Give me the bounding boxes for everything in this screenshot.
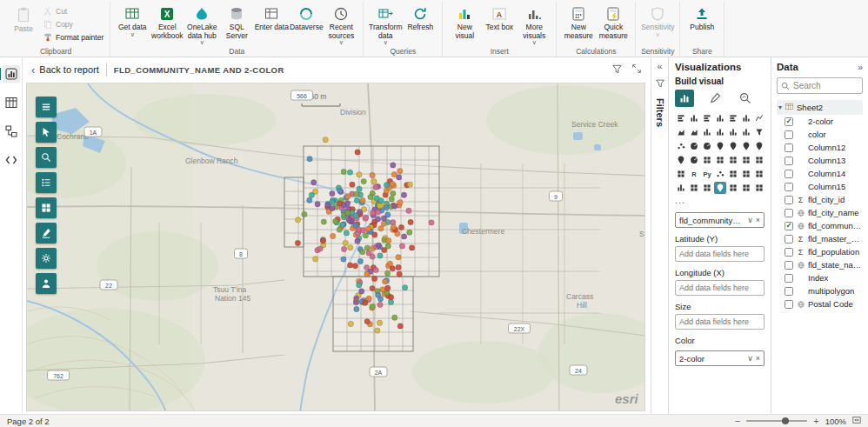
field-checkbox[interactable] xyxy=(785,183,793,191)
visual-clustered-bar-chart-icon[interactable] xyxy=(701,112,713,124)
field-checkbox[interactable] xyxy=(785,235,793,244)
map-basemap[interactable]: CochraneGlenbow RanchDivisionChestermere… xyxy=(27,83,645,411)
visual-card-icon[interactable] xyxy=(701,154,713,166)
field-checkbox[interactable] xyxy=(785,274,793,283)
visual-r-script-visual-icon[interactable]: R xyxy=(688,168,700,180)
model-view-button[interactable] xyxy=(3,123,20,140)
visual-q-and-a-icon[interactable] xyxy=(740,168,752,180)
visual-pie-chart-icon[interactable] xyxy=(688,140,700,152)
onelake-data-hub-button[interactable]: OneLake data hub∨ xyxy=(184,3,219,46)
visual-stacked-area-chart-icon[interactable] xyxy=(688,126,700,138)
field-chip-2-color[interactable]: 2-color∨× xyxy=(675,350,765,366)
sql-server-button[interactable]: SQL Server xyxy=(219,3,254,42)
visual-clustered-column-chart-icon[interactable] xyxy=(714,112,726,124)
new-visual-button[interactable]: New visual xyxy=(447,3,482,42)
field-row-color[interactable]: color xyxy=(777,128,863,141)
refresh-button[interactable]: Refresh xyxy=(403,3,437,34)
field-row-Column14[interactable]: Column14 xyxy=(777,167,863,180)
field-row-fld-city-id[interactable]: Σfld_city_id xyxy=(777,193,863,206)
copy-button[interactable]: Copy xyxy=(41,19,105,30)
field-checkbox[interactable] xyxy=(785,209,793,217)
get-data-button[interactable]: Get data∨ xyxy=(115,3,150,38)
visual-smart-narrative-icon[interactable] xyxy=(753,168,765,180)
empty-well[interactable]: Add data fields here xyxy=(675,246,765,262)
visual-donut-chart-icon[interactable] xyxy=(701,140,713,152)
field-row-Column13[interactable]: Column13 xyxy=(777,154,863,167)
field-checkbox[interactable] xyxy=(785,157,793,165)
zoom-slider[interactable] xyxy=(746,420,807,422)
enter-data-button[interactable]: Enter data xyxy=(254,3,289,34)
field-checkbox[interactable] xyxy=(785,130,793,139)
visual-line-and-clustered-column-chart-icon[interactable] xyxy=(714,126,726,138)
map-menu-button[interactable] xyxy=(36,97,57,117)
field-row-Postal-Code[interactable]: Postal Code xyxy=(777,297,863,310)
zoom-out-button[interactable]: − xyxy=(735,417,740,425)
visual-100-stacked-bar-chart-icon[interactable] xyxy=(727,112,739,124)
tab-format-visual[interactable] xyxy=(705,90,724,107)
visual-treemap-icon[interactable] xyxy=(714,140,726,152)
field-checkbox[interactable]: ✓ xyxy=(785,117,793,126)
collapse-data-panel-icon[interactable]: » xyxy=(858,62,863,72)
filter-icon[interactable] xyxy=(611,63,623,77)
visual-power-automate-icon[interactable] xyxy=(727,182,739,194)
visual-funnel-chart-icon[interactable] xyxy=(753,126,765,138)
chip-dropdown-icon[interactable]: ∨ xyxy=(747,216,753,224)
table-view-button[interactable] xyxy=(3,94,20,111)
expand-caret-icon[interactable]: ▾ xyxy=(778,103,782,111)
visual-stacked-column-chart-icon[interactable] xyxy=(688,112,700,124)
field-row-fld-master-com-[interactable]: Σfld_master_com... xyxy=(777,232,863,245)
report-view-button[interactable] xyxy=(3,65,20,83)
visual-kpi-icon[interactable] xyxy=(727,154,739,166)
map-legend-button[interactable] xyxy=(36,172,57,193)
field-checkbox[interactable] xyxy=(785,248,793,257)
chip-remove-icon[interactable]: × xyxy=(756,354,760,363)
visual-power-apps-icon[interactable] xyxy=(701,182,713,194)
tab-analytics[interactable] xyxy=(736,90,755,107)
visual-ribbon-chart-icon[interactable] xyxy=(727,126,739,138)
field-checkbox[interactable]: ✓ xyxy=(785,222,793,230)
map-basemap-button[interactable] xyxy=(36,197,57,218)
visual-line-chart-icon[interactable] xyxy=(753,112,765,124)
recent-sources-button[interactable]: Recent sources∨ xyxy=(324,3,358,46)
field-row-Column12[interactable]: Column12 xyxy=(777,141,863,154)
back-to-report-button[interactable]: ‹ Back to report xyxy=(31,63,99,77)
visual-shape-map-icon[interactable] xyxy=(753,140,765,152)
empty-well[interactable]: Add data fields here xyxy=(675,280,765,296)
text-box-button[interactable]: AText box xyxy=(482,3,517,34)
field-chip-fld-community-name[interactable]: fld_community_name∨× xyxy=(675,212,765,228)
field-checkbox[interactable] xyxy=(785,287,793,296)
field-row-fld-city-name[interactable]: fld_city_name xyxy=(777,206,863,219)
map-select-button[interactable] xyxy=(36,122,57,143)
fit-to-page-icon[interactable] xyxy=(852,416,861,426)
new-measure-button[interactable]: New measure xyxy=(561,3,596,42)
search-input[interactable] xyxy=(793,81,854,90)
field-row-fld-state-name[interactable]: fld_state_name xyxy=(777,258,863,271)
map-settings-button[interactable] xyxy=(36,248,57,269)
more-visuals-ellipsis[interactable]: ... xyxy=(675,195,765,205)
visual-gauge-icon[interactable] xyxy=(688,154,700,166)
dax-query-view-button[interactable] xyxy=(3,151,20,169)
more-visuals-button[interactable]: More visuals∨ xyxy=(517,3,551,46)
field-checkbox[interactable] xyxy=(785,196,793,204)
visual-line-and-stacked-column-chart-icon[interactable] xyxy=(701,126,713,138)
field-row-Index[interactable]: Index xyxy=(777,271,863,284)
publish-button[interactable]: Publish xyxy=(684,3,719,34)
visual-stacked-bar-chart-icon[interactable] xyxy=(675,112,687,124)
chip-dropdown-icon[interactable]: ∨ xyxy=(747,354,753,363)
tab-build-visual[interactable] xyxy=(675,90,694,107)
zoom-slider-thumb[interactable] xyxy=(782,417,789,424)
visual-azure-map-icon[interactable] xyxy=(675,154,687,166)
visual-python-visual-icon[interactable]: Py xyxy=(701,168,713,180)
field-checkbox[interactable] xyxy=(785,300,793,309)
visual-key-influencers-icon[interactable] xyxy=(714,168,726,180)
field-row-fld-community-[interactable]: ✓fld_community_... xyxy=(777,219,863,232)
table-sheet2[interactable]: ▾Sheet2 xyxy=(777,100,863,115)
visual-scorecard-icon[interactable] xyxy=(740,182,752,194)
visual-slicer-icon[interactable] xyxy=(740,154,752,166)
visual-100-stacked-column-chart-icon[interactable] xyxy=(740,112,752,124)
visual-paginated-report-icon[interactable] xyxy=(688,182,700,194)
map-locate-button[interactable] xyxy=(36,273,57,294)
visual-filled-map-icon[interactable] xyxy=(740,140,752,152)
arcgis-map-visual[interactable]: CochraneGlenbow RanchDivisionChestermere… xyxy=(26,83,645,411)
focus-mode-icon[interactable] xyxy=(631,63,642,76)
